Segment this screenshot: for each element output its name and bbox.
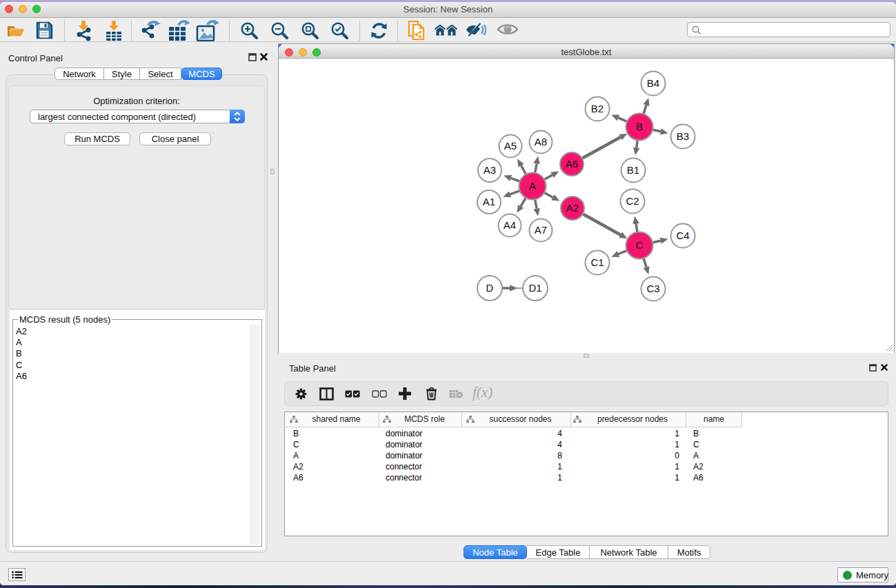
svg-text:C1: C1 (590, 256, 604, 268)
svg-text:B3: B3 (677, 130, 689, 142)
svg-text:A5: A5 (504, 140, 517, 152)
svg-text:A6: A6 (566, 158, 578, 170)
svg-text:A3: A3 (484, 164, 496, 176)
svg-text:C2: C2 (626, 195, 639, 207)
svg-text:C: C (636, 239, 644, 251)
svg-text:B4: B4 (647, 77, 659, 89)
svg-text:A2: A2 (566, 202, 579, 214)
svg-text:D1: D1 (528, 282, 541, 294)
svg-text:A4: A4 (504, 219, 516, 231)
svg-text:D: D (486, 282, 494, 294)
svg-text:C3: C3 (646, 283, 659, 294)
svg-text:A1: A1 (483, 196, 495, 207)
svg-text:A7: A7 (535, 224, 547, 236)
svg-text:A: A (529, 180, 536, 192)
svg-text:B2: B2 (591, 103, 604, 114)
svg-text:A8: A8 (535, 136, 547, 148)
svg-text:B: B (636, 121, 643, 132)
svg-text:C4: C4 (676, 230, 689, 241)
svg-text:B1: B1 (627, 164, 639, 176)
